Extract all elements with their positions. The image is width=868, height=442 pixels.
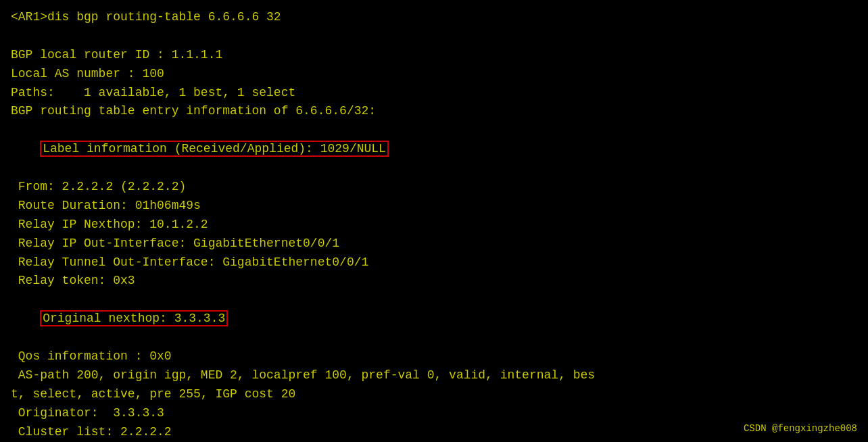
blank-line — [11, 27, 857, 46]
terminal-container: <AR1>dis bgp routing-table 6.6.6.6 32 BG… — [11, 8, 857, 442]
line-as-path: AS-path 200, origin igp, MED 2, localpre… — [11, 366, 857, 385]
line-entry-info: BGP routing table entry information of 6… — [11, 102, 857, 121]
line-label-info: Label information (Received/Applied): 10… — [11, 121, 857, 178]
line-as-number: Local AS number : 100 — [11, 65, 857, 84]
label-information-highlight: Label information (Received/Applied): 10… — [40, 141, 389, 157]
line-as-path-cont: t, select, active, pre 255, IGP cost 20 — [11, 385, 857, 404]
line-relay-ip-nexthop: Relay IP Nexthop: 10.1.2.2 — [11, 216, 857, 235]
line-original-nexthop: Original nexthop: 3.3.3.3 — [11, 291, 857, 347]
line-paths: Paths: 1 available, 1 best, 1 select — [11, 84, 857, 103]
line-cluster-list: Cluster list: 2.2.2.2 — [11, 423, 857, 442]
watermark: CSDN @fengxingzhe008 — [744, 423, 857, 434]
line-from: From: 2.2.2.2 (2.2.2.2) — [11, 178, 857, 197]
line-originator: Originator: 3.3.3.3 — [11, 404, 857, 423]
line-relay-token: Relay token: 0x3 — [11, 272, 857, 291]
line-relay-ip-out-interface: Relay IP Out-Interface: GigabitEthernet0… — [11, 235, 857, 253]
line-qos: Qos information : 0x0 — [11, 347, 857, 366]
line-router-id: BGP local router ID : 1.1.1.1 — [11, 46, 857, 65]
line-relay-tunnel-out-interface: Relay Tunnel Out-Interface: GigabitEther… — [11, 253, 857, 272]
original-nexthop-highlight: Original nexthop: 3.3.3.3 — [40, 310, 228, 326]
prompt-line: <AR1>dis bgp routing-table 6.6.6.6 32 — [11, 8, 857, 27]
line-route-duration: Route Duration: 01h06m49s — [11, 197, 857, 216]
